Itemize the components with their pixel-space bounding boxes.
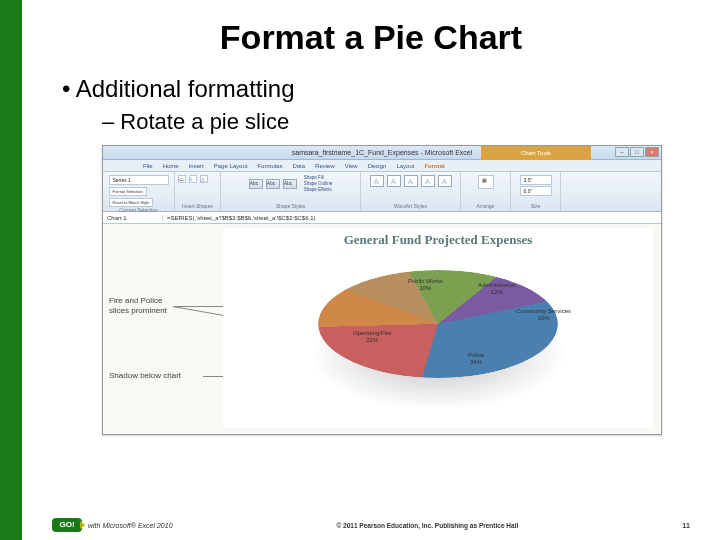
group-label-wordart: WordArt Styles — [394, 203, 427, 209]
shape-icon[interactable]: ▭ — [178, 175, 186, 183]
maximize-button[interactable]: □ — [630, 147, 644, 157]
shape-icon[interactable]: △ — [200, 175, 208, 183]
tab-layout[interactable]: Layout — [396, 163, 414, 169]
shape-style-swatch[interactable]: Abc — [283, 179, 297, 189]
shape-effects-button[interactable]: Shape Effects — [304, 187, 333, 192]
window-controls: – □ × — [615, 147, 659, 157]
formula-content[interactable]: =SERIES(,'sheet_a'!$B$2:$B$6,'sheet_a'!$… — [163, 215, 316, 221]
close-button[interactable]: × — [645, 147, 659, 157]
wordart-swatch[interactable]: A — [404, 175, 418, 187]
window-titlebar: samsara_firstname_1C_Fund_Expenses - Mic… — [103, 146, 661, 160]
tab-view[interactable]: View — [345, 163, 358, 169]
group-label-size: Size — [531, 203, 541, 209]
ribbon-tab-strip: File Home Insert Page Layout Formulas Da… — [103, 160, 661, 172]
arrange-button[interactable]: ▦ — [478, 175, 494, 189]
slice-label-admin: Administrative12% — [478, 282, 516, 295]
go-logo: GO! — [52, 518, 82, 532]
ribbon-group-shape-styles: Abc Abc Abc Shape Fill Shape Outline Sha… — [221, 172, 361, 211]
tab-file[interactable]: File — [143, 163, 153, 169]
name-box[interactable]: Chart 1 — [103, 215, 163, 221]
wordart-swatch[interactable]: A — [421, 175, 435, 187]
slide-body: Format a Pie Chart Additional formatting… — [22, 0, 720, 540]
ribbon-group-insert-shapes: ▭ ○ △ Insert Shapes — [175, 172, 221, 211]
tab-format[interactable]: Format — [424, 163, 444, 169]
group-label-shape-styles: Shape Styles — [276, 203, 305, 209]
tab-home[interactable]: Home — [163, 163, 179, 169]
tab-pagelayout[interactable]: Page Layout — [214, 163, 248, 169]
slice-label-publicworks: Public Works10% — [408, 278, 443, 291]
slice-label-community: Community Services10% — [516, 308, 571, 321]
shape-icon[interactable]: ○ — [189, 175, 197, 183]
tab-insert[interactable]: Insert — [189, 163, 204, 169]
ribbon-group-wordart: A A A A A WordArt Styles — [361, 172, 461, 211]
wordart-swatch[interactable]: A — [387, 175, 401, 187]
slide-accent-bar — [0, 0, 22, 540]
selection-dropdown[interactable]: Series 1 — [109, 175, 169, 185]
callout-shadow: Shadow below chart — [109, 371, 209, 381]
slice-label-operating: Operating/Fire22% — [353, 330, 391, 343]
reset-style-button[interactable]: Reset to Match Style — [109, 198, 154, 207]
bullet-level2: Rotate a pie slice — [102, 109, 690, 135]
slide-footer: GO! with Microsoft® Excel 2010 © 2011 Pe… — [0, 518, 720, 532]
wordart-swatch[interactable]: A — [370, 175, 384, 187]
window-title-text: samsara_firstname_1C_Fund_Expenses - Mic… — [292, 149, 473, 156]
excel-screenshot: samsara_firstname_1C_Fund_Expenses - Mic… — [102, 145, 662, 435]
ribbon-group-arrange: ▦ Arrange — [461, 172, 511, 211]
chart-tools-tab: Chart Tools — [481, 146, 591, 160]
ribbon-group-size: 3.5" 6.0" Size — [511, 172, 561, 211]
chart-area[interactable]: General Fund Projected Expenses Public W… — [223, 228, 653, 428]
tab-data[interactable]: Data — [292, 163, 305, 169]
tab-formulas[interactable]: Formulas — [257, 163, 282, 169]
slice-label-police: Police34% — [468, 352, 484, 365]
footer-left: with Microsoft® Excel 2010 — [88, 522, 173, 529]
formula-bar: Chart 1 =SERIES(,'sheet_a'!$B$2:$B$6,'sh… — [103, 212, 661, 224]
page-number: 11 — [682, 522, 690, 529]
minimize-button[interactable]: – — [615, 147, 629, 157]
group-label-arrange: Arrange — [477, 203, 495, 209]
shape-fill-button[interactable]: Shape Fill — [304, 175, 333, 180]
shape-style-swatch[interactable]: Abc — [266, 179, 280, 189]
tab-review[interactable]: Review — [315, 163, 335, 169]
bullet-level1: Additional formatting — [62, 75, 690, 103]
height-input[interactable]: 3.5" — [520, 175, 552, 185]
slide-title: Format a Pie Chart — [52, 18, 690, 57]
ribbon-group-selection: Series 1 Format Selection Reset to Match… — [103, 172, 175, 211]
wordart-swatch[interactable]: A — [438, 175, 452, 187]
shape-style-swatch[interactable]: Abc — [249, 179, 263, 189]
footer-copyright: © 2011 Pearson Education, Inc. Publishin… — [173, 522, 683, 529]
group-label-selection: Current Selection — [119, 207, 158, 213]
chart-title: General Fund Projected Expenses — [223, 228, 653, 248]
width-input[interactable]: 6.0" — [520, 186, 552, 196]
pie-chart: Public Works10% Administrative12% Commun… — [298, 260, 578, 420]
format-selection-button[interactable]: Format Selection — [109, 187, 147, 196]
shape-outline-button[interactable]: Shape Outline — [304, 181, 333, 186]
group-label-insert: Insert Shapes — [182, 203, 213, 209]
tab-design[interactable]: Design — [368, 163, 387, 169]
ribbon: Series 1 Format Selection Reset to Match… — [103, 172, 661, 212]
